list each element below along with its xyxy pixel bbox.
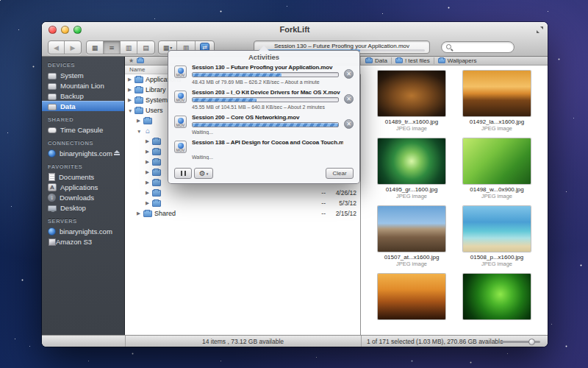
file-row[interactable]: ▶ -- 5/3/12 (125, 198, 360, 208)
sidebar-item-label: binarynights.com (60, 227, 112, 236)
file-row-shared[interactable]: ▶ Shared -- 2/15/12 (125, 208, 360, 219)
file-name: Users (146, 107, 163, 114)
transfer-file-name: Session 130 – Future Proofing your Appli… (192, 63, 343, 71)
breadcrumb-test-files[interactable]: ! test files (395, 57, 430, 64)
disclosure-triangle-icon[interactable]: ▶ (146, 200, 152, 206)
wallpaper-thumbnail[interactable] (463, 206, 531, 252)
file-item[interactable] (458, 274, 536, 322)
breadcrumb-data[interactable]: Data (365, 57, 387, 64)
breadcrumb-label: ! test files (405, 57, 430, 64)
sidebar-item-backup[interactable]: Backup (42, 91, 124, 101)
sidebar-item-time-capsule[interactable]: Time Capsule (42, 124, 124, 135)
disclosure-triangle-icon[interactable]: ▶ (128, 77, 135, 82)
folder-icon (152, 169, 161, 176)
sidebar-item-label: Downloads (60, 194, 94, 202)
sidebar-item-desktop[interactable]: Desktop (42, 202, 124, 213)
wallpaper-thumbnail[interactable] (378, 274, 445, 319)
file-item-01507-at-x1600-jpg[interactable]: 01507_at...x1600.jpg JPEG image (373, 206, 451, 267)
file-row[interactable]: ▶ -- 4/26/12 (125, 188, 360, 198)
file-item-01508-p-x1600-jpg[interactable]: 01508_p...x1600.jpg JPEG image (458, 206, 536, 267)
sidebar-item-label: Backup (60, 92, 84, 100)
wallpaper-thumbnail[interactable] (378, 138, 445, 184)
sidebar-item-label: Data (60, 102, 76, 110)
disclosure-triangle-icon[interactable]: ▶ (146, 159, 152, 165)
sidebar-item-documents[interactable]: Documents (42, 171, 124, 182)
transfer-progress-fill (193, 123, 338, 127)
cancel-transfer-button[interactable] (344, 94, 354, 104)
timecapsule-icon (48, 127, 57, 133)
search-field[interactable] (441, 41, 514, 53)
file-date: 5/3/12 (326, 199, 356, 207)
disclosure-triangle-icon[interactable]: ▶ (146, 180, 152, 185)
list-view-button[interactable]: ≡ (104, 41, 121, 54)
minimize-window-button[interactable] (61, 26, 69, 34)
icon-view-button[interactable]: ▦ (87, 41, 104, 54)
sidebar-item-data[interactable]: Data (42, 101, 124, 111)
zoom-window-button[interactable] (74, 26, 82, 34)
sidebar-item-system[interactable]: System (42, 70, 124, 80)
disclosure-triangle-icon[interactable]: ▶ (137, 118, 143, 124)
sidebar-item-applications[interactable]: Applications (42, 182, 124, 192)
disclosure-triangle-icon[interactable]: ▶ (128, 87, 135, 93)
breadcrumb-label: Data (375, 57, 387, 64)
clear-button[interactable]: Clear (326, 168, 354, 179)
fullscreen-icon[interactable] (537, 26, 543, 33)
disclosure-triangle-icon[interactable]: ▶ (146, 190, 152, 196)
sidebar-item-binarynights-com[interactable]: binarynights.com (42, 226, 124, 236)
wallpaper-thumbnail[interactable] (463, 138, 531, 184)
folder-icon (143, 210, 152, 217)
disclosure-triangle-icon[interactable]: ▶ (128, 97, 135, 103)
wallpaper-thumbnail[interactable] (378, 206, 445, 252)
sidebar-item-mountain-lion[interactable]: Mountain Lion (42, 80, 124, 91)
title-bar[interactable]: ForkLift (42, 22, 548, 38)
actions-menu-button[interactable]: ⚙▾ (194, 168, 213, 179)
file-kind: JPEG image (458, 125, 536, 132)
file-size: -- (306, 199, 326, 207)
folder-icon (152, 190, 161, 197)
forward-button[interactable]: ▶ (65, 41, 81, 54)
thumbnail-size-slider[interactable] (500, 341, 540, 343)
cancel-transfer-button[interactable] (344, 69, 354, 79)
file-item-01492-la-x1600-jpg[interactable]: 01492_la...x1600.jpg JPEG image (458, 71, 536, 132)
breadcrumb-wallpapers[interactable]: Wallpapers (438, 57, 477, 64)
breadcrumb-separator (434, 57, 434, 64)
file-item-01489-tr-x1600-jpg[interactable]: 01489_tr...x1600.jpg JPEG image (373, 71, 451, 132)
disclosure-triangle-icon[interactable]: ▶ (137, 210, 143, 216)
back-button[interactable]: ◀ (49, 41, 65, 54)
sidebar-item-downloads[interactable]: Downloads (42, 192, 124, 202)
disclosure-triangle-icon[interactable]: ▼ (137, 129, 143, 134)
thumbnail-grid: 01489_tr...x1600.jpg JPEG image 01492_la… (361, 66, 548, 322)
favorites-star-icon[interactable]: ★ (129, 57, 134, 65)
disclosure-triangle-icon[interactable]: ▶ (146, 169, 152, 175)
file-item-01498-w-0x900-jpg[interactable]: 01498_w...0x900.jpg JPEG image (458, 138, 536, 199)
folder-icon (152, 180, 161, 186)
close-window-button[interactable] (49, 26, 57, 34)
sidebar-item-binarynights-com[interactable]: binarynights.com (42, 148, 124, 158)
home-icon: ⌂ (143, 127, 152, 135)
sidebar-item-amazon-s3[interactable]: Amazon S3 (42, 236, 124, 247)
downloads-icon (48, 194, 56, 202)
column-view-button[interactable]: ▥ (121, 41, 137, 54)
slider-knob[interactable] (528, 339, 535, 345)
activities-popover: Activities Session 130 – Future Proofing… (168, 50, 360, 184)
eject-icon[interactable] (114, 150, 120, 156)
wallpaper-thumbnail[interactable] (463, 71, 531, 116)
sidebar-item-label: Documents (59, 173, 94, 181)
wallpaper-thumbnail[interactable] (463, 274, 531, 319)
disclosure-triangle-icon[interactable]: ▼ (128, 108, 135, 113)
breadcrumb: Data ! test files Wallpapers (361, 57, 548, 65)
cancel-transfer-button[interactable] (344, 119, 354, 129)
pause-button[interactable] (174, 168, 192, 179)
coverflow-view-button[interactable]: ▤ (137, 41, 154, 54)
status-bar: 14 items , 73.12 GB available 1 of 171 s… (42, 335, 548, 347)
search-input[interactable] (453, 43, 509, 52)
disclosure-triangle-icon[interactable]: ▶ (146, 138, 152, 144)
disclosure-triangle-icon[interactable]: ▶ (146, 149, 152, 155)
transfer-file-name: Session 200 – Core OS Networking.mov (192, 113, 343, 121)
folder-icon (152, 159, 161, 166)
file-item[interactable] (373, 274, 451, 322)
file-item-01495-gr-1600-jpg[interactable]: 01495_gr...1600.jpg JPEG image (373, 138, 451, 199)
wallpaper-thumbnail[interactable] (378, 71, 445, 116)
sidebar-item-label: Applications (60, 183, 98, 191)
sidebar-item-label: Time Capsule (60, 126, 103, 134)
